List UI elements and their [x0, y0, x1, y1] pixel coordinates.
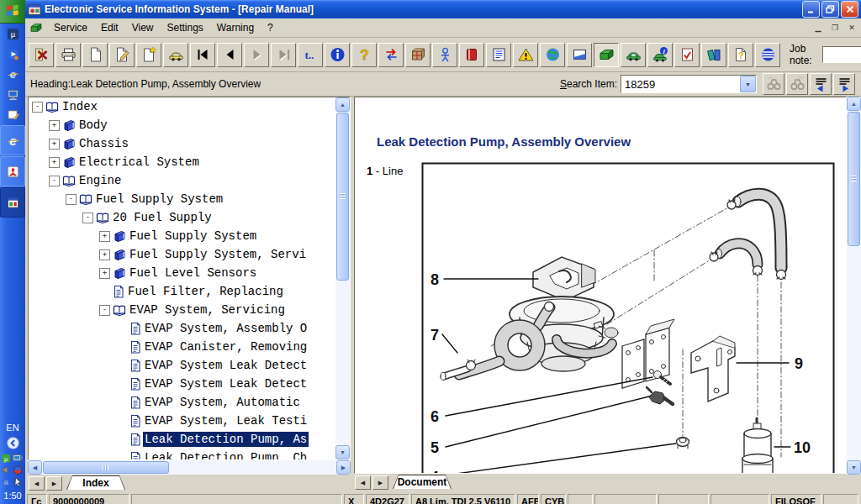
internet-explorer-icon[interactable]: e [2, 64, 24, 84]
tray-chevron-button[interactable] [2, 433, 24, 453]
tree-item[interactable]: +Fuel Level Sensors [29, 264, 335, 282]
repair-manual-button[interactable] [594, 43, 619, 67]
close-button[interactable] [841, 1, 858, 18]
tree-item[interactable]: Leak Detection Pump, As [29, 430, 335, 449]
tree-item[interactable]: EVAP System, Automatic [29, 393, 335, 412]
tree-item[interactable]: EVAP System Leak Detect [29, 375, 335, 393]
tree-item[interactable]: EVAP Canister, Removing [29, 338, 335, 356]
job-note-input[interactable] [822, 46, 861, 63]
tab-document[interactable]: Document [393, 475, 452, 489]
expander-icon[interactable]: - [66, 194, 77, 205]
edit-document-button[interactable] [109, 43, 135, 67]
expander-icon[interactable]: - [82, 213, 93, 223]
tab-scroll-right-button[interactable]: ▶ [372, 475, 388, 490]
scroll-down-icon[interactable]: ▼ [335, 445, 350, 459]
help-button[interactable]: ? [351, 43, 377, 67]
manuals-button[interactable] [459, 43, 484, 67]
scroll-up-icon[interactable]: ▲ [335, 97, 350, 112]
search-item-combo[interactable]: 18259 ▼ [621, 75, 757, 93]
tray-volume-icon[interactable] [1, 465, 13, 476]
checklist-button[interactable] [674, 43, 700, 67]
my-computer-icon[interactable] [2, 84, 24, 104]
tree-item[interactable]: EVAP System, Assembly O [29, 319, 335, 338]
vehicle-data-button[interactable] [621, 43, 646, 67]
tab-scroll-left-button[interactable]: ◀ [355, 475, 371, 490]
history-back-button[interactable] [810, 73, 832, 95]
certificate-button[interactable] [567, 43, 592, 67]
customer-button[interactable] [432, 43, 457, 67]
documents-button[interactable] [486, 43, 511, 67]
tray-display-icon[interactable] [13, 453, 24, 465]
expander-icon[interactable]: + [49, 120, 60, 131]
tree-item[interactable]: +Fuel Supply System, Servi [29, 245, 335, 264]
new-document-button[interactable] [82, 43, 108, 67]
tree-item[interactable]: -Engine [29, 171, 335, 190]
expander-icon[interactable]: - [49, 176, 60, 186]
tree-vscroll-thumb[interactable] [336, 113, 349, 281]
language-indicator[interactable]: EN [6, 423, 18, 433]
taskbutton-service-system[interactable] [0, 187, 25, 218]
first-record-button[interactable] [190, 43, 215, 67]
tree-item[interactable]: EVAP System, Leak Testi [29, 412, 335, 430]
expander-icon[interactable]: + [99, 231, 110, 242]
previous-record-button[interactable] [217, 43, 242, 67]
info-button[interactable] [325, 43, 350, 67]
tree-item[interactable]: Leak Detection Pump, Ch [29, 449, 335, 459]
tray-mouse-icon[interactable] [13, 476, 24, 488]
scroll-up-icon[interactable]: ▲ [847, 97, 861, 111]
mdi-restore-button[interactable]: ❐ [827, 21, 843, 34]
tray-utorrent-icon[interactable]: µ [1, 453, 13, 465]
tree-item[interactable]: -Index [29, 97, 335, 116]
history-forward-button[interactable] [833, 73, 855, 95]
expander-icon[interactable]: - [99, 305, 110, 316]
tree-item[interactable]: Fuel Filter, Replacing [29, 282, 335, 301]
library-button[interactable] [701, 43, 726, 67]
next-record-button[interactable] [244, 43, 269, 67]
menu-item-edit[interactable]: Edit [94, 20, 125, 35]
show-desktop-icon[interactable] [2, 104, 24, 124]
print-button[interactable] [55, 43, 81, 67]
tree-horizontal-scrollbar[interactable]: ◀ ▶ [28, 460, 351, 475]
document-vertical-scrollbar[interactable]: ▲ ▼ [847, 97, 861, 475]
tree-item[interactable]: -EVAP System, Servicing [29, 301, 335, 319]
tree-vertical-scrollbar[interactable]: ▲ ▼ [335, 97, 350, 459]
tree-item[interactable]: +Fuel Supply System [29, 227, 335, 245]
scroll-down-icon[interactable]: ▼ [847, 460, 861, 475]
tab-index[interactable]: Index [66, 475, 125, 490]
expander-icon[interactable]: + [99, 249, 110, 260]
expander-icon[interactable]: + [49, 139, 60, 150]
tree-item[interactable]: EVAP System Leak Detect [29, 356, 335, 375]
new-note-button[interactable] [136, 43, 161, 67]
tab-scroll-left-button[interactable]: ◀ [29, 476, 45, 491]
menu-item-help[interactable]: ? [261, 20, 280, 35]
start-button[interactable] [0, 0, 25, 24]
tab-scroll-right-button[interactable]: ▶ [46, 476, 62, 491]
minimize-button[interactable] [802, 1, 820, 18]
scroll-right-icon[interactable]: ▶ [336, 460, 351, 475]
expander-icon[interactable]: + [49, 157, 60, 168]
transfer-button[interactable] [378, 43, 404, 67]
menu-item-settings[interactable]: Settings [161, 20, 210, 35]
menu-item-service[interactable]: Service [47, 20, 94, 35]
vehicle-info-button[interactable]: i [647, 43, 673, 67]
tray-a-icon[interactable]: a [1, 476, 13, 488]
media-player-icon[interactable] [2, 44, 24, 64]
tree-item[interactable]: +Body [29, 116, 335, 134]
expander-icon[interactable]: - [32, 102, 43, 113]
last-record-button[interactable] [271, 43, 296, 67]
web-button[interactable] [755, 43, 780, 67]
taskbutton-internet-explorer[interactable]: e [0, 125, 25, 155]
text-button[interactable]: t.. [298, 43, 323, 67]
search-previous-button[interactable] [763, 73, 784, 95]
expander-icon[interactable]: + [99, 268, 110, 279]
taskbutton-acrobat[interactable] [0, 156, 25, 186]
tree-item[interactable]: +Chassis [29, 134, 335, 153]
document-vscroll-thumb[interactable] [848, 112, 860, 246]
faq-button[interactable]: ? [728, 43, 753, 67]
chevron-down-icon[interactable]: ▼ [740, 76, 756, 92]
menu-item-warning[interactable]: Warning [210, 20, 261, 35]
restore-button[interactable] [821, 1, 839, 18]
tree-item[interactable]: +Electrical System [29, 153, 335, 171]
scroll-left-icon[interactable]: ◀ [28, 460, 42, 475]
utorrent-icon[interactable]: µ [2, 24, 24, 44]
